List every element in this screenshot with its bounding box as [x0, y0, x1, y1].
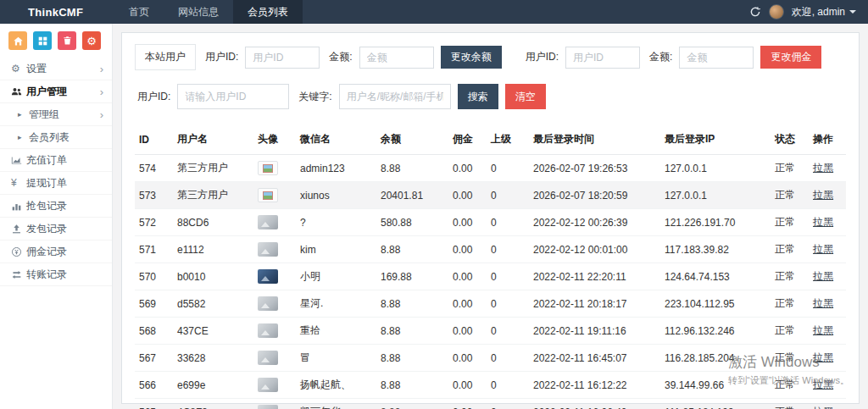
avatar-thumbnail	[258, 161, 278, 175]
cell-commission: 0.00	[448, 399, 487, 409]
nav-item-home[interactable]: 首页	[114, 0, 164, 24]
avatar-thumbnail	[258, 323, 278, 338]
sidebar-item-grab-records[interactable]: 抢包记录	[0, 195, 112, 218]
sidebar-item-label: 充值订单	[26, 153, 103, 168]
sidebar-item-recharge-orders[interactable]: 充值订单	[0, 149, 112, 172]
sidebar-item-transfer-records[interactable]: 转账记录	[0, 263, 112, 286]
blacklist-link[interactable]: 拉黑	[813, 216, 833, 228]
search-button[interactable]: 搜索	[458, 84, 498, 109]
sidebar-item-label: 管理组	[29, 108, 100, 122]
cell-username: b0010	[173, 263, 253, 290]
cell-last-ip: 117.183.39.82	[660, 236, 771, 263]
cell-wechat: ?	[296, 209, 376, 236]
trash-icon[interactable]	[58, 31, 76, 50]
welcome-text: 欢迎, admin	[792, 5, 845, 19]
cell-last-ip: 121.226.191.70	[660, 209, 771, 236]
column-header-username: 用户名	[173, 124, 253, 155]
blacklist-link[interactable]: 拉黑	[813, 162, 833, 174]
search-keyword-input[interactable]	[339, 84, 451, 109]
sidebar-item-settings[interactable]: ⚙ 设置 ›	[0, 58, 112, 80]
triangle-icon: ▸	[18, 110, 29, 119]
commission-amount-input[interactable]	[679, 47, 754, 69]
main-content: 本站用户 用户ID: 金额: 更改余额 用户ID: 金额: 更改佣金 用户ID:…	[113, 24, 868, 409]
column-header-balance: 余额	[376, 124, 448, 155]
brand[interactable]: ThinkCMF	[0, 0, 114, 24]
avatar-thumbnail	[258, 296, 278, 311]
upload-icon	[11, 224, 26, 235]
refresh-icon[interactable]	[749, 6, 761, 18]
search-toolbar: 用户ID: 关键字: 搜索 清空	[135, 84, 846, 109]
cell-status: 正常	[771, 182, 809, 209]
nav-item-member-list[interactable]: 会员列表	[233, 0, 303, 24]
blacklist-link[interactable]: 拉黑	[813, 189, 833, 201]
cell-wechat: 扬帆起航、	[296, 372, 376, 399]
sidebar-item-label: 用户管理	[26, 85, 100, 99]
commission-user-id-input[interactable]	[565, 47, 640, 69]
blacklist-link[interactable]: 拉黑	[813, 379, 833, 390]
cell-last-ip: 111.85.184.193	[660, 399, 771, 409]
cell-username: 437CE	[173, 318, 253, 345]
user-menu[interactable]: 欢迎, admin	[792, 5, 856, 19]
cell-wechat: 冒	[296, 345, 376, 372]
sidebar-item-member-list[interactable]: ▸ 会员列表	[0, 126, 112, 149]
nav-item-site-info[interactable]: 网站信息	[164, 0, 233, 24]
cell-last-login: 2022-02-11 16:45:07	[529, 345, 660, 372]
cell-last-ip: 223.104.112.95	[660, 290, 771, 318]
blacklist-link[interactable]: 拉黑	[813, 406, 833, 409]
cell-last-login: 2022-02-11 16:12:22	[529, 372, 660, 399]
cell-commission: 0.00	[448, 182, 487, 209]
gear-icon: ⚙	[11, 63, 26, 75]
sidebar-item-user-management[interactable]: 用户管理 ›	[0, 80, 112, 103]
cell-commission: 0.00	[448, 372, 487, 399]
home-icon[interactable]	[8, 31, 27, 50]
transfer-icon	[11, 269, 26, 280]
table-row: 568 437CE 重拾 8.88 0.00 0 2022-02-11 19:1…	[135, 318, 846, 345]
cell-parent: 0	[487, 209, 529, 236]
cell-status: 正常	[771, 372, 809, 399]
cell-parent: 0	[487, 318, 529, 345]
blacklist-link[interactable]: 拉黑	[813, 351, 833, 363]
balance-user-id-label: 用户ID:	[205, 50, 238, 64]
update-commission-button[interactable]: 更改佣金	[760, 46, 821, 69]
search-user-id-input[interactable]	[177, 84, 289, 109]
cell-commission: 0.00	[448, 290, 487, 318]
blacklist-link[interactable]: 拉黑	[813, 243, 833, 255]
blacklist-link[interactable]: 拉黑	[813, 297, 833, 309]
sidebar-item-withdraw-orders[interactable]: ¥ 提现订单	[0, 172, 112, 195]
cell-balance: 8.88	[376, 318, 448, 345]
user-avatar[interactable]	[769, 4, 784, 19]
blacklist-link[interactable]: 拉黑	[813, 270, 833, 282]
cell-action: 拉黑	[809, 318, 846, 345]
cell-id: 573	[135, 182, 173, 209]
sidebar-item-commission-records[interactable]: 佣金记录	[0, 240, 112, 263]
balance-amount-input[interactable]	[359, 47, 434, 69]
cell-avatar	[253, 263, 296, 290]
table-row: 571 e1112 kim 8.88 0.00 0 2022-02-12 00:…	[135, 236, 846, 263]
clear-button[interactable]: 清空	[505, 84, 546, 109]
balance-user-id-input[interactable]	[245, 47, 320, 69]
cell-parent: 0	[487, 290, 529, 318]
cell-balance: 8.88	[376, 155, 448, 182]
cell-commission: 0.00	[448, 236, 487, 263]
settings-icon[interactable]: ⚙	[82, 31, 101, 50]
cell-username: e1112	[173, 236, 253, 263]
search-user-id-label: 用户ID:	[137, 90, 170, 104]
tab-local-users[interactable]: 本站用户	[135, 44, 196, 70]
cell-status: 正常	[771, 345, 809, 372]
apps-icon[interactable]	[33, 31, 52, 50]
cell-parent: 0	[487, 372, 529, 399]
cell-username: 33628	[173, 345, 253, 372]
update-balance-button[interactable]: 更改余额	[441, 46, 502, 69]
cell-balance: 20401.81	[376, 182, 448, 209]
table-row: 570 b0010 小明 169.88 0.00 0 2022-02-11 22…	[135, 263, 846, 290]
commission-user-id-label: 用户ID:	[526, 50, 559, 64]
sidebar-item-admin-groups[interactable]: ▸ 管理组 ›	[0, 103, 112, 126]
cell-avatar	[253, 209, 296, 236]
cell-status: 正常	[771, 209, 809, 236]
sidebar-item-send-records[interactable]: 发包记录	[0, 218, 112, 240]
cell-id: 567	[135, 345, 173, 372]
cell-action: 拉黑	[809, 290, 846, 318]
blacklist-link[interactable]: 拉黑	[813, 324, 833, 336]
cell-id: 568	[135, 318, 173, 345]
cell-avatar	[253, 399, 296, 409]
